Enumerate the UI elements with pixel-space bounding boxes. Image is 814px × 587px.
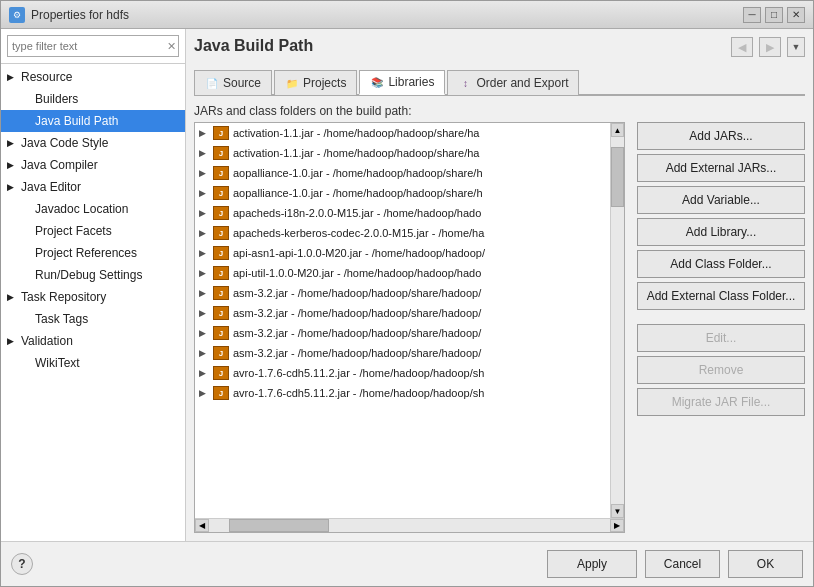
tab-source-label: Source	[223, 76, 261, 90]
scroll-up-button[interactable]: ▲	[611, 123, 624, 137]
list-item[interactable]: ▶ J aopalliance-1.0.jar - /home/hadoop/h…	[195, 163, 610, 183]
expand-icon: ▶	[199, 248, 211, 258]
titlebar-title: Properties for hdfs	[31, 8, 129, 22]
nav-fwd-button[interactable]: ▶	[759, 37, 781, 57]
edit-button[interactable]: Edit...	[637, 324, 805, 352]
tab-order-export[interactable]: ↕ Order and Export	[447, 70, 579, 95]
sidebar-item-label: Task Tags	[35, 312, 179, 326]
jar-file-icon: J	[213, 126, 229, 140]
add-jars-button[interactable]: Add JARs...	[637, 122, 805, 150]
sidebar-item-java-editor[interactable]: ▶ Java Editor	[1, 176, 185, 198]
sidebar-item-java-code-style[interactable]: ▶ Java Code Style	[1, 132, 185, 154]
expand-icon: ▶	[7, 182, 19, 192]
bottom-bar: ? Apply Cancel OK	[1, 541, 813, 586]
filter-clear-icon[interactable]: ✕	[167, 40, 176, 53]
migrate-jar-file-button[interactable]: Migrate JAR File...	[637, 388, 805, 416]
sidebar-item-label: Task Repository	[21, 290, 179, 304]
list-item[interactable]: ▶ J api-util-1.0.0-M20.jar - /home/hadoo…	[195, 263, 610, 283]
jar-item-name: aopalliance-1.0.jar - /home/hadoop/hadoo…	[233, 187, 606, 199]
jar-file-icon: J	[213, 206, 229, 220]
scrollbar-thumb[interactable]	[611, 147, 624, 207]
horiz-scrollbar-thumb[interactable]	[229, 519, 329, 532]
add-variable-button[interactable]: Add Variable...	[637, 186, 805, 214]
sidebar-item-resource[interactable]: ▶ Resource	[1, 66, 185, 88]
list-item[interactable]: ▶ J asm-3.2.jar - /home/hadoop/hadoop/sh…	[195, 283, 610, 303]
ok-button[interactable]: OK	[728, 550, 803, 578]
titlebar: ⚙ Properties for hdfs ─ □ ✕	[1, 1, 813, 29]
sidebar-item-task-tags[interactable]: Task Tags	[1, 308, 185, 330]
sidebar-item-project-references[interactable]: Project References	[1, 242, 185, 264]
expand-icon: ▶	[199, 128, 211, 138]
panel-title: Java Build Path	[194, 37, 313, 55]
list-item[interactable]: ▶ J aopalliance-1.0.jar - /home/hadoop/h…	[195, 183, 610, 203]
buttons-column: Add JARs... Add External JARs... Add Var…	[637, 122, 805, 533]
minimize-button[interactable]: ─	[743, 7, 761, 23]
maximize-button[interactable]: □	[765, 7, 783, 23]
jars-list[interactable]: ▶ J activation-1.1.jar - /home/hadoop/ha…	[195, 123, 610, 518]
main-panel: Java Build Path ◀ ▶ ▼ 📄 Source 📁 Project…	[186, 29, 813, 541]
jar-item-name: asm-3.2.jar - /home/hadoop/hadoop/share/…	[233, 347, 606, 359]
list-item[interactable]: ▶ J asm-3.2.jar - /home/hadoop/hadoop/sh…	[195, 323, 610, 343]
scroll-right-button[interactable]: ▶	[610, 519, 624, 532]
sidebar-item-label: Java Editor	[21, 180, 179, 194]
sidebar-item-label: Javadoc Location	[35, 202, 179, 216]
cancel-button[interactable]: Cancel	[645, 550, 720, 578]
expand-icon: ▶	[7, 138, 19, 148]
jars-label: JARs and class folders on the build path…	[194, 104, 805, 118]
sidebar-item-project-facets[interactable]: Project Facets	[1, 220, 185, 242]
sidebar-nav: ▶ Resource Builders Java Build Path ▶ Ja…	[1, 64, 185, 541]
sidebar-item-validation[interactable]: ▶ Validation	[1, 330, 185, 352]
list-item[interactable]: ▶ J avro-1.7.6-cdh5.11.2.jar - /home/had…	[195, 363, 610, 383]
list-item[interactable]: ▶ J activation-1.1.jar - /home/hadoop/ha…	[195, 143, 610, 163]
list-and-scroll: ▶ J activation-1.1.jar - /home/hadoop/ha…	[195, 123, 624, 518]
jars-list-wrapper: ▶ J activation-1.1.jar - /home/hadoop/ha…	[194, 122, 625, 533]
remove-button[interactable]: Remove	[637, 356, 805, 384]
tab-projects[interactable]: 📁 Projects	[274, 70, 357, 95]
filter-wrapper: ✕	[7, 35, 179, 57]
jars-content: ▶ J activation-1.1.jar - /home/hadoop/ha…	[194, 122, 805, 533]
close-button[interactable]: ✕	[787, 7, 805, 23]
projects-tab-icon: 📁	[285, 76, 299, 90]
tab-libraries[interactable]: 📚 Libraries	[359, 70, 445, 95]
sidebar-item-java-compiler[interactable]: ▶ Java Compiler	[1, 154, 185, 176]
expand-icon: ▶	[199, 288, 211, 298]
jar-file-icon: J	[213, 286, 229, 300]
list-item[interactable]: ▶ J avro-1.7.6-cdh5.11.2.jar - /home/had…	[195, 383, 610, 403]
apply-button[interactable]: Apply	[547, 550, 637, 578]
sidebar-item-run-debug-settings[interactable]: Run/Debug Settings	[1, 264, 185, 286]
list-item[interactable]: ▶ J activation-1.1.jar - /home/hadoop/ha…	[195, 123, 610, 143]
sidebar-item-javadoc-location[interactable]: Javadoc Location	[1, 198, 185, 220]
sidebar-item-java-build-path[interactable]: Java Build Path	[1, 110, 185, 132]
jar-file-icon: J	[213, 366, 229, 380]
list-item[interactable]: ▶ J asm-3.2.jar - /home/hadoop/hadoop/sh…	[195, 343, 610, 363]
expand-icon: ▶	[199, 388, 211, 398]
tab-source[interactable]: 📄 Source	[194, 70, 272, 95]
expand-icon: ▶	[199, 208, 211, 218]
scroll-down-button[interactable]: ▼	[611, 504, 624, 518]
horizontal-scrollbar: ◀ ▶	[195, 518, 624, 532]
scrollbar-track	[611, 137, 624, 504]
bottom-right: Apply Cancel OK	[547, 550, 803, 578]
jar-file-icon: J	[213, 386, 229, 400]
nav-back-button[interactable]: ◀	[731, 37, 753, 57]
jar-item-name: apacheds-i18n-2.0.0-M15.jar - /home/hado…	[233, 207, 606, 219]
add-external-class-folder-button[interactable]: Add External Class Folder...	[637, 282, 805, 310]
jar-item-name: api-util-1.0.0-M20.jar - /home/hadoop/ha…	[233, 267, 606, 279]
list-item[interactable]: ▶ J apacheds-i18n-2.0.0-M15.jar - /home/…	[195, 203, 610, 223]
filter-box: ✕	[1, 29, 185, 64]
sidebar-item-label: Java Compiler	[21, 158, 179, 172]
list-item[interactable]: ▶ J apacheds-kerberos-codec-2.0.0-M15.ja…	[195, 223, 610, 243]
scroll-left-button[interactable]: ◀	[195, 519, 209, 532]
help-button[interactable]: ?	[11, 553, 33, 575]
list-item[interactable]: ▶ J api-asn1-api-1.0.0-M20.jar - /home/h…	[195, 243, 610, 263]
nav-dropdown-button[interactable]: ▼	[787, 37, 805, 57]
list-item[interactable]: ▶ J asm-3.2.jar - /home/hadoop/hadoop/sh…	[195, 303, 610, 323]
sidebar-item-builders[interactable]: Builders	[1, 88, 185, 110]
add-external-jars-button[interactable]: Add External JARs...	[637, 154, 805, 182]
sidebar-item-task-repository[interactable]: ▶ Task Repository	[1, 286, 185, 308]
add-class-folder-button[interactable]: Add Class Folder...	[637, 250, 805, 278]
filter-input[interactable]	[7, 35, 179, 57]
add-library-button[interactable]: Add Library...	[637, 218, 805, 246]
sidebar-item-wikitext[interactable]: WikiText	[1, 352, 185, 374]
jar-file-icon: J	[213, 266, 229, 280]
